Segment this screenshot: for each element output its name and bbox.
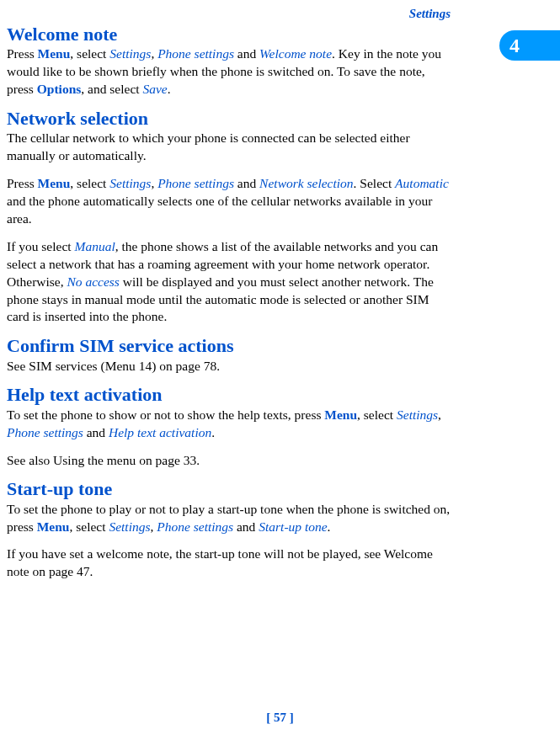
menu-path: No access bbox=[67, 274, 119, 289]
menu-path: Help text activation bbox=[109, 425, 211, 439]
text: , bbox=[151, 176, 157, 190]
page-header-label: Settings bbox=[0, 0, 560, 21]
menu-path: Phone settings bbox=[157, 46, 234, 61]
heading-help-text: Help text activation bbox=[7, 385, 451, 405]
paragraph: To set the phone to play or not to play … bbox=[7, 501, 451, 536]
text: , and select bbox=[81, 82, 142, 96]
heading-startup-tone: Start-up tone bbox=[7, 479, 451, 499]
text: , bbox=[151, 46, 157, 61]
text: . bbox=[168, 82, 171, 96]
menu-path: Phone settings bbox=[157, 176, 234, 190]
menu-path: Start-up tone bbox=[259, 519, 327, 534]
section-network-selection: Network selection The cellular network t… bbox=[7, 109, 451, 326]
menu-path: Phone settings bbox=[7, 425, 83, 439]
paragraph: Press Menu, select Settings, Phone setti… bbox=[7, 45, 451, 98]
section-help-text: Help text activation To set the phone to… bbox=[7, 385, 451, 469]
text: , select bbox=[69, 519, 109, 534]
text: and bbox=[234, 176, 259, 190]
page-number: [ 57 ] bbox=[0, 711, 560, 725]
menu-key: Menu bbox=[324, 407, 357, 422]
text: , select bbox=[70, 176, 109, 190]
menu-path: Settings bbox=[109, 519, 150, 534]
heading-network-selection: Network selection bbox=[7, 109, 451, 129]
text: , bbox=[438, 407, 441, 422]
text: To set the phone to show or not to show … bbox=[7, 407, 324, 422]
text: and the phone automatically selects one … bbox=[7, 194, 432, 226]
menu-key: Menu bbox=[38, 46, 71, 61]
heading-welcome-note: Welcome note bbox=[7, 24, 451, 45]
menu-key: Menu bbox=[38, 176, 71, 190]
menu-key: Options bbox=[37, 82, 82, 96]
heading-confirm-sim: Confirm SIM service actions bbox=[7, 336, 451, 356]
section-welcome-note: Welcome note Press Menu, select Settings… bbox=[7, 24, 451, 98]
text: , select bbox=[357, 407, 397, 422]
menu-path: Automatic bbox=[395, 176, 449, 190]
text: . Select bbox=[354, 176, 396, 190]
paragraph: The cellular network to which your phone… bbox=[7, 130, 451, 165]
paragraph: Press Menu, select Settings, Phone setti… bbox=[7, 175, 451, 228]
text: and bbox=[233, 519, 259, 534]
menu-path: Network selection bbox=[259, 176, 354, 190]
text: . bbox=[211, 425, 215, 439]
paragraph: To set the phone to show or not to show … bbox=[7, 407, 451, 442]
menu-path: Settings bbox=[109, 46, 151, 61]
paragraph: If you select Manual, the phone shows a … bbox=[7, 238, 451, 327]
text: Press bbox=[7, 46, 38, 61]
text: and bbox=[83, 425, 109, 439]
menu-path: Manual bbox=[74, 239, 115, 253]
paragraph: See also Using the menu on page 33. bbox=[7, 452, 451, 470]
section-confirm-sim: Confirm SIM service actions See SIM serv… bbox=[7, 336, 451, 375]
paragraph: See SIM services (Menu 14) on page 78. bbox=[7, 358, 451, 375]
page-content: Welcome note Press Menu, select Settings… bbox=[0, 21, 560, 581]
chapter-badge: 4 bbox=[499, 30, 560, 61]
text: , select bbox=[70, 46, 109, 61]
text: . bbox=[328, 519, 331, 534]
menu-path: Settings bbox=[109, 176, 151, 190]
text: Press bbox=[7, 176, 38, 190]
menu-path: Welcome note bbox=[259, 46, 332, 61]
text: If you select bbox=[7, 239, 74, 253]
paragraph: If you have set a welcome note, the star… bbox=[7, 546, 451, 581]
section-startup-tone: Start-up tone To set the phone to play o… bbox=[7, 479, 451, 581]
menu-path: Phone settings bbox=[157, 519, 233, 534]
menu-key: Menu bbox=[37, 519, 70, 534]
menu-path: Save bbox=[142, 82, 167, 96]
menu-path: Settings bbox=[397, 407, 438, 422]
text: and bbox=[234, 46, 259, 61]
